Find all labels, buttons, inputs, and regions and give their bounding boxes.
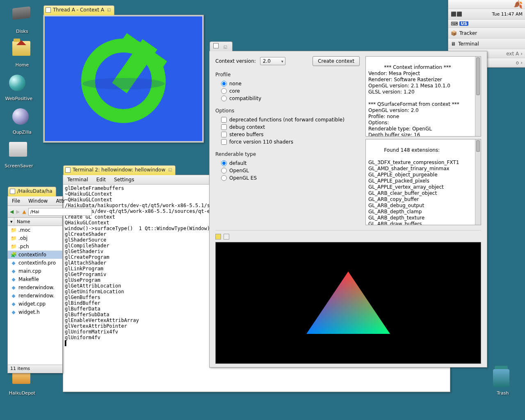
scrollbar[interactable] xyxy=(475,57,481,136)
window-titlebar[interactable]: /HaikuData/ha xyxy=(8,187,56,196)
folder-icon: 📁 xyxy=(10,227,17,233)
radio-input[interactable] xyxy=(221,175,227,181)
file-list[interactable]: ▾ Name 📁.moc📁.obj📁.pch🧩contextinfo◆conte… xyxy=(8,218,62,365)
tracker-toolbar: ◀ ▶ ▲ xyxy=(8,206,62,218)
source-file-icon: ◆ xyxy=(10,301,17,307)
rgb-triangle-icon xyxy=(303,268,393,338)
option-checkbox[interactable]: debug context xyxy=(215,123,360,131)
file-row[interactable]: ◆widget.h xyxy=(8,308,62,316)
checkbox-input[interactable] xyxy=(221,132,227,137)
source-file-icon: ◆ xyxy=(10,309,17,315)
menu-edit[interactable]: Edit xyxy=(92,175,110,184)
menu-terminal[interactable]: Terminal xyxy=(63,175,92,184)
path-input[interactable] xyxy=(28,208,92,216)
file-name: .obj xyxy=(18,235,27,241)
gl-tab-active[interactable] xyxy=(215,234,221,240)
window-title: Thread A - Context A xyxy=(53,7,104,13)
option-checkbox[interactable]: stereo buffers xyxy=(215,131,360,138)
file-row[interactable]: ◆contextinfo.pro xyxy=(8,259,62,267)
close-icon[interactable] xyxy=(46,7,51,13)
desktop-icon-trash[interactable]: Trash xyxy=(488,369,518,396)
zoom-icon[interactable]: ◱ xyxy=(224,45,229,50)
menu-window[interactable]: Window xyxy=(24,196,52,205)
profile-radio-core[interactable]: core xyxy=(215,87,360,95)
menu-attributes[interactable]: Attr xyxy=(52,196,69,205)
close-icon[interactable] xyxy=(10,189,15,194)
radio-input[interactable] xyxy=(221,96,227,101)
menu-settings[interactable]: Settings xyxy=(110,175,138,184)
close-icon[interactable] xyxy=(65,167,71,173)
checkbox-input[interactable] xyxy=(221,124,227,130)
source-file-icon: ◆ xyxy=(10,268,17,274)
deskbar-locale-row[interactable]: ⌨ US xyxy=(448,20,525,28)
sort-indicator[interactable]: ▾ xyxy=(8,218,14,226)
radio-input[interactable] xyxy=(221,160,227,166)
radio-input[interactable] xyxy=(221,88,227,94)
file-row[interactable]: ◆renderwindow. xyxy=(8,283,62,292)
window-titlebar[interactable]: Terminal 2: hellowindow: hellowindow ◱ xyxy=(63,165,176,175)
deskbar-leaf-row[interactable]: 🍂 xyxy=(448,0,525,9)
context-info-textbox[interactable]: *** Context information *** Vendor: Mesa… xyxy=(365,56,481,137)
scrollbar[interactable] xyxy=(475,139,481,225)
zoom-icon[interactable]: ◱ xyxy=(107,7,112,13)
up-button[interactable]: ▲ xyxy=(22,207,26,216)
renderable-radio-opengl es[interactable]: OpenGL ES xyxy=(215,174,360,182)
gl-tab-zoom[interactable] xyxy=(224,234,229,240)
file-row[interactable]: 📁.pch xyxy=(8,242,62,251)
window-titlebar[interactable]: Thread A - Context A ◱ xyxy=(43,5,114,15)
desktop-icon-qupzilla[interactable]: QupZilla xyxy=(7,108,37,135)
window-tracker[interactable]: /HaikuData/ha File Window Attr ◀ ▶ ▲ ▾ N… xyxy=(7,196,63,373)
profile-radio-compatibility[interactable]: compatibility xyxy=(215,95,360,102)
radio-input[interactable] xyxy=(221,168,227,173)
radio-input[interactable] xyxy=(221,81,227,87)
extensions-textbox[interactable]: Found 148 extensions: GL_3DFX_texture_co… xyxy=(365,139,481,225)
checkbox-input[interactable] xyxy=(221,139,227,145)
deskbar-tray-row[interactable]: ⬛⬛ Tue 11:47 AM xyxy=(448,9,525,20)
option-checkbox[interactable]: force version 110 shaders xyxy=(215,138,360,146)
window-titlebar[interactable]: ◱ xyxy=(210,41,233,51)
back-button[interactable]: ◀ xyxy=(9,207,14,216)
desktop-icon-webpositive[interactable]: WebPositive xyxy=(4,75,34,101)
tracker-icon: 📦 xyxy=(451,30,457,36)
zoom-icon[interactable]: ◱ xyxy=(168,167,173,173)
window-title: /HaikuData/ha xyxy=(17,188,52,194)
file-row[interactable]: 🧩contextinfo xyxy=(8,251,62,259)
file-row[interactable]: ◆renderwindow. xyxy=(8,292,62,300)
context-version-select[interactable]: 2.0 xyxy=(260,57,285,65)
profile-group-label: Profile xyxy=(215,72,360,78)
source-file-icon: ◆ xyxy=(10,260,17,266)
file-name: widget.h xyxy=(18,309,40,315)
file-row[interactable]: ◆Makefile xyxy=(8,275,62,283)
leaf-icon: 🍂 xyxy=(514,0,523,9)
deskbar-item-tracker[interactable]: 📦 Tracker xyxy=(448,28,525,39)
tracker-menubar: File Window Attr xyxy=(8,196,62,206)
close-icon[interactable] xyxy=(213,43,219,48)
file-row[interactable]: 📁.obj xyxy=(8,234,62,242)
file-row[interactable]: ◆widget.cpp xyxy=(8,300,62,308)
desktop-icon-screensaver[interactable]: ScreenSaver xyxy=(4,142,34,169)
keyboard-icon: ⌨ xyxy=(451,21,458,27)
checkbox-input[interactable] xyxy=(221,117,227,123)
renderable-radio-opengl[interactable]: OpenGL xyxy=(215,167,360,174)
menu-file[interactable]: File xyxy=(8,196,24,205)
forward-button[interactable]: ▶ xyxy=(16,207,20,216)
source-file-icon: ◆ xyxy=(10,276,17,283)
desktop-icon-home[interactable]: Home xyxy=(7,41,37,68)
svg-point-4 xyxy=(82,78,164,89)
column-name[interactable]: Name xyxy=(14,218,62,226)
desktop-icon-label: WebPositive xyxy=(4,96,34,101)
file-row[interactable]: 📁.moc xyxy=(8,226,62,234)
renderable-radio-default[interactable]: default xyxy=(215,160,360,167)
option-checkbox[interactable]: deprecated functions (not forward compat… xyxy=(215,116,360,123)
window-contextinfo[interactable]: ◱ Context version: 2.0 Create context Pr… xyxy=(209,51,487,368)
window-title: Terminal 2: hellowindow: hellowindow xyxy=(73,167,165,173)
profile-radio-none[interactable]: none xyxy=(215,80,360,87)
desktop-icon-label: Disks xyxy=(7,29,37,34)
file-row[interactable]: ◆main.cpp xyxy=(8,267,62,275)
deskbar-item-terminal[interactable]: 🖥 Terminal xyxy=(448,39,525,49)
create-context-button[interactable]: Create context xyxy=(313,56,360,66)
checkbox-label: deprecated functions (not forward compat… xyxy=(229,117,345,123)
desktop-icon-disks[interactable]: Disks xyxy=(7,7,37,34)
peek-label: ext A xyxy=(506,51,519,57)
window-thread-a[interactable]: Thread A - Context A ◱ xyxy=(43,15,204,143)
